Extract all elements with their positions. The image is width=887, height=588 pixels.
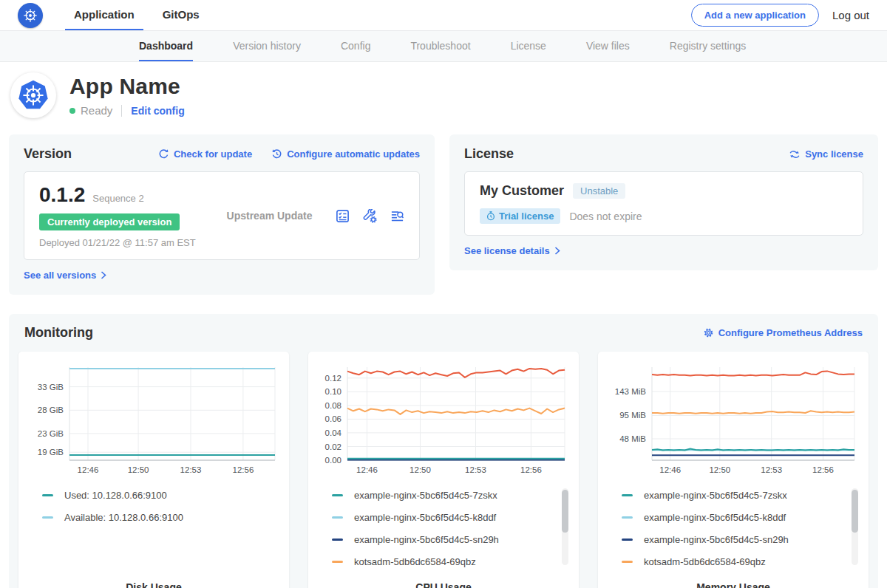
kubernetes-wheel-icon (22, 7, 38, 24)
disk-usage-chart-card: 19 GiB23 GiB28 GiB33 GiB12:4612:5012:531… (18, 352, 289, 588)
subnav-license[interactable]: License (511, 31, 546, 61)
chart-svg: 48 MiB95 MiB143 MiB12:4612:5012:5312:56 (607, 361, 860, 478)
y-tick-label: 0.08 (325, 401, 341, 410)
version-card: Version Check for update (9, 134, 435, 295)
deployed-timestamp: Deployed 01/21/22 @ 11:57 am EST (39, 237, 203, 248)
view-diff-icon[interactable] (390, 209, 404, 223)
legend-scrollbar-track[interactable] (852, 488, 858, 565)
series-line (347, 408, 565, 414)
x-tick-label: 12:50 (409, 465, 431, 474)
x-tick-label: 12:56 (520, 465, 542, 474)
trial-license-label: Trial license (499, 211, 554, 222)
legend-color-dash-icon (622, 516, 633, 519)
license-card-links: Sync license (789, 148, 863, 160)
subnav-troubleshoot-label: Troubleshoot (410, 40, 470, 52)
version-action-icons (336, 209, 404, 223)
legend-label: example-nginx-5bc6f5d4c5-7zskx (354, 490, 497, 501)
legend-color-dash-icon (332, 561, 343, 563)
edit-config-link[interactable]: Edit config (131, 105, 184, 117)
legend-color-dash-icon (332, 516, 343, 519)
monitoring-title: Monitoring (24, 325, 93, 341)
trial-license-badge: Trial license (480, 208, 560, 224)
legend-label: example-nginx-5bc6f5d4c5-k8ddf (354, 512, 496, 523)
legend-color-dash-icon (42, 494, 53, 496)
y-tick-label: 0.00 (325, 456, 341, 465)
subnav-registry-settings[interactable]: Registry settings (670, 31, 746, 61)
app-sub-nav: Dashboard Version history Config Trouble… (0, 31, 887, 62)
preflight-checklist-icon[interactable] (336, 209, 350, 223)
subnav-view-files[interactable]: View files (586, 31, 630, 61)
top-nav-right: Add a new application Log out (691, 0, 869, 30)
y-tick-label: 28 GiB (38, 406, 64, 414)
log-out-button[interactable]: Log out (832, 9, 869, 21)
legend-item: example-nginx-5bc6f5d4c5-k8ddf (622, 512, 848, 523)
y-tick-label: 0.10 (325, 387, 341, 396)
legend-item: example-nginx-5bc6f5d4c5-7zskx (332, 490, 558, 501)
legend-scrollbar-thumb[interactable] (852, 490, 858, 533)
configure-prometheus-link[interactable]: Configure Prometheus Address (703, 327, 863, 338)
legend-item: example-nginx-5bc6f5d4c5-7zskx (622, 490, 848, 501)
legend-color-dash-icon (332, 494, 343, 496)
x-tick-label: 12:53 (465, 465, 486, 474)
cards-row: Version Check for update (0, 134, 887, 295)
refresh-icon (158, 148, 169, 160)
legend-scrollbar-thumb[interactable] (562, 490, 568, 533)
y-tick-label: 95 MiB (619, 411, 646, 420)
sync-license-link[interactable]: Sync license (789, 148, 863, 160)
configure-automatic-updates-link[interactable]: Configure automatic updates (271, 148, 420, 160)
memory-usage-chart: 48 MiB95 MiB143 MiB12:4612:5012:5312:56 (607, 361, 860, 478)
tab-application-label: Application (74, 8, 135, 21)
see-all-versions-link[interactable]: See all versions (24, 270, 106, 281)
channel-badge: Unstable (573, 183, 625, 199)
x-tick-label: 12:50 (709, 465, 730, 474)
x-tick-label: 12:50 (128, 465, 149, 474)
cpu-usage-title: CPU Usage (317, 581, 570, 588)
legend-item: example-nginx-5bc6f5d4c5-sn29h (622, 534, 848, 545)
x-tick-label: 12:53 (180, 465, 202, 474)
legend-label: Used: 10.128.0.66:9100 (64, 490, 167, 501)
page-title: App Name (69, 74, 185, 99)
disk-usage-legend: Used: 10.128.0.66:9100Available: 10.128.… (27, 487, 280, 570)
legend-color-dash-icon (622, 561, 633, 563)
cpu-usage-chart: 0.000.020.040.060.080.100.1212:4612:5012… (317, 361, 570, 478)
brand[interactable] (18, 0, 43, 30)
subnav-troubleshoot[interactable]: Troubleshoot (410, 31, 470, 61)
legend-color-dash-icon (42, 516, 53, 519)
license-card-head: License Sync license (464, 146, 863, 162)
status-dot-icon (69, 108, 75, 114)
tab-gitops[interactable]: GitOps (154, 0, 208, 30)
top-nav-tabs: Application GitOps (65, 0, 208, 30)
see-license-details-link[interactable]: See license details (464, 245, 560, 256)
legend-item: example-nginx-5bc6f5d4c5-sn29h (332, 534, 558, 545)
legend-scrollbar-track[interactable] (562, 488, 568, 565)
x-tick-label: 12:56 (233, 465, 254, 474)
config-wrench-icon[interactable] (363, 209, 377, 223)
legend-label: kotsadm-5db6dc6584-69qbz (644, 556, 766, 567)
legend-label: example-nginx-5bc6f5d4c5-sn29h (644, 534, 789, 545)
x-tick-label: 12:53 (761, 465, 782, 474)
subnav-license-label: License (511, 40, 546, 52)
current-version-box: 0.1.2 Sequence 2 Currently deployed vers… (24, 171, 420, 260)
gear-icon (703, 327, 714, 338)
cpu-usage-chart-card: 0.000.020.040.060.080.100.1212:4612:5012… (308, 352, 579, 588)
series-line (652, 411, 854, 413)
legend-label: example-nginx-5bc6f5d4c5-7zskx (644, 490, 787, 501)
y-tick-label: 0.12 (325, 374, 341, 383)
add-new-application-button[interactable]: Add a new application (691, 4, 819, 27)
subnav-config-label: Config (341, 40, 370, 52)
update-history-icon (271, 148, 282, 160)
series-line (652, 449, 854, 451)
disk-usage-title: Disk Usage (27, 581, 280, 588)
y-tick-label: 0.06 (325, 414, 341, 423)
tab-application[interactable]: Application (65, 0, 143, 30)
legend-label: Available: 10.128.0.66:9100 (64, 512, 183, 523)
subnav-dashboard[interactable]: Dashboard (139, 31, 193, 61)
series-line (347, 369, 565, 377)
subnav-version-history[interactable]: Version history (233, 31, 301, 61)
chevron-right-icon (554, 247, 560, 255)
legend-item: Available: 10.128.0.66:9100 (42, 512, 268, 523)
subnav-config[interactable]: Config (341, 31, 370, 61)
check-for-update-link[interactable]: Check for update (158, 148, 252, 160)
x-tick-label: 12:46 (659, 465, 681, 474)
customer-name: My Customer (480, 183, 564, 199)
